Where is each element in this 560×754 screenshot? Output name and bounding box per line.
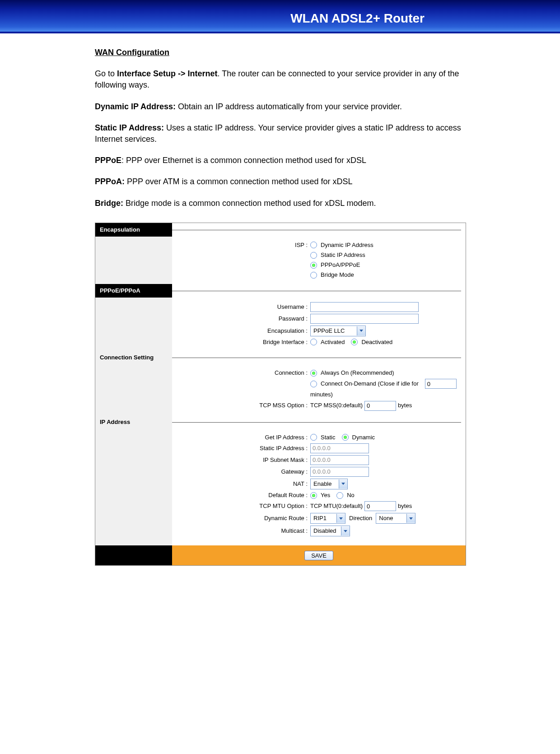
pppoe-paragraph: PPPoE: PPP over Ethernet is a common con… — [95, 155, 465, 166]
multicast-select[interactable]: Disabled — [310, 526, 350, 536]
nat-select[interactable]: Enable — [310, 479, 348, 489]
isp-static-radio[interactable] — [310, 252, 317, 259]
isp-label: ISP : — [172, 241, 310, 249]
bridge-paragraph: Bridge: Bridge mode is a common connecti… — [95, 198, 465, 209]
pppoe-text: : PPP over Ethernet is a common connecti… — [121, 156, 366, 165]
pppoe-header: PPPoE/PPPoA — [95, 284, 172, 298]
isp-dynamic-label: Dynamic IP Address — [319, 241, 378, 249]
chevron-down-icon — [339, 479, 347, 489]
multicast-label: Multicast : — [172, 527, 310, 535]
get-ip-static-label: Static — [319, 433, 340, 442]
pppoa-label: PPPoA: — [95, 177, 125, 186]
isp-static-label: Static IP Address — [319, 251, 370, 259]
username-input[interactable] — [310, 302, 419, 312]
section-title: WAN Configuration — [95, 47, 465, 58]
connection-ondemand-radio[interactable] — [310, 381, 317, 387]
bridge-label: Bridge: — [95, 199, 123, 208]
tcp-mtu-input[interactable] — [364, 501, 396, 511]
save-button[interactable]: SAVE — [304, 551, 333, 560]
default-route-yes-radio[interactable] — [310, 492, 317, 499]
tcp-mtu-post: bytes — [398, 502, 412, 510]
static-ip-label: Static IP Address : — [172, 444, 310, 452]
connection-ondemand-post: minutes) — [310, 391, 333, 399]
pppoa-paragraph: PPPoA: PPP over ATM is a common connecti… — [95, 176, 465, 187]
static-ip-input[interactable] — [310, 443, 369, 453]
default-route-yes-label: Yes — [319, 491, 335, 499]
header-rule — [172, 223, 466, 237]
connection-setting-header: Connection Setting — [95, 351, 172, 364]
chevron-down-icon — [341, 526, 350, 535]
encapsulation-header: Encapsulation — [95, 223, 172, 237]
bridge-deactivated-radio[interactable] — [351, 339, 358, 345]
chevron-down-icon — [406, 514, 415, 523]
tcp-mss-input[interactable] — [364, 401, 396, 411]
isp-bridge-radio[interactable] — [310, 272, 317, 279]
default-route-no-radio[interactable] — [336, 492, 343, 499]
isp-pppoa-radio[interactable] — [310, 262, 317, 269]
header-rule — [172, 415, 466, 429]
header-rule — [172, 351, 466, 364]
username-label: Username : — [172, 303, 310, 311]
dyn-label: Dynamic IP Address: — [95, 102, 176, 111]
content-area: WAN Configuration Go to Interface Setup … — [0, 33, 560, 566]
bridge-text: Bridge mode is a common connection metho… — [123, 199, 376, 208]
multicast-value: Disabled — [311, 527, 341, 535]
header-band: WLAN ADSL2+ Router — [0, 0, 560, 33]
connection-always-label: Always On (Recommended) — [319, 369, 399, 377]
bridge-activated-radio[interactable] — [310, 339, 317, 345]
tcp-mss-label: TCP MSS Option : — [172, 401, 310, 410]
subnet-label: IP Subnet Mask : — [172, 456, 310, 464]
bridge-deactivated-label: Deactivated — [359, 338, 397, 346]
idle-minutes-input[interactable] — [425, 379, 457, 389]
chevron-down-icon — [336, 514, 345, 523]
gateway-input[interactable] — [310, 467, 369, 477]
dynamic-route-select[interactable]: RIP1 — [310, 513, 345, 524]
tcp-mss-pre: TCP MSS(0:default) — [310, 401, 363, 410]
intro-bold: Interface Setup -> Internet — [117, 69, 218, 78]
direction-label: Direction — [347, 514, 374, 522]
encapsulation-value: PPPoE LLC — [311, 327, 357, 335]
intro-prefix: Go to — [95, 69, 117, 78]
header-rule — [172, 284, 466, 298]
dynamic-route-label: Dynamic Route : — [172, 514, 310, 522]
tcp-mtu-pre: TCP MTU(0:default) — [310, 502, 363, 510]
subnet-input[interactable] — [310, 455, 369, 465]
get-ip-dynamic-radio[interactable] — [342, 434, 349, 441]
dynamic-route-value: RIP1 — [311, 514, 336, 522]
encapsulation-select[interactable]: PPPoE LLC — [310, 326, 366, 336]
connection-always-radio[interactable] — [310, 370, 317, 377]
save-bar-left — [95, 545, 172, 565]
bridge-interface-label: Bridge Interface : — [172, 338, 310, 346]
nat-value: Enable — [311, 480, 339, 488]
direction-value: None — [376, 514, 406, 522]
pppoa-text: PPP over ATM is a common connection meth… — [125, 177, 353, 186]
connection-ondemand-pre: Connect On-Demand (Close if idle for — [319, 380, 423, 388]
isp-dynamic-radio[interactable] — [310, 242, 317, 248]
password-label: Passward : — [172, 315, 310, 323]
save-bar-right: SAVE — [172, 545, 466, 565]
encapsulation-label: Encapsulation : — [172, 327, 310, 335]
tcp-mss-post: bytes — [398, 401, 412, 410]
pppoe-label: PPPoE — [95, 156, 121, 165]
dyn-text: Obtain an IP address automatically from … — [176, 102, 402, 111]
tcp-mtu-label: TCP MTU Option : — [172, 502, 310, 510]
chevron-down-icon — [357, 326, 365, 335]
get-ip-static-radio[interactable] — [310, 434, 317, 441]
ip-address-header: IP Address — [95, 415, 172, 429]
bridge-activated-label: Activated — [319, 338, 349, 346]
default-route-label: Default Route : — [172, 491, 310, 499]
direction-select[interactable]: None — [376, 513, 415, 524]
password-input[interactable] — [310, 314, 419, 324]
header-title: WLAN ADSL2+ Router — [0, 0, 560, 26]
gateway-label: Gateway : — [172, 468, 310, 476]
isp-pppoa-label: PPPoA/PPPoE — [319, 261, 364, 269]
get-ip-dynamic-label: Dynamic — [350, 433, 380, 442]
static-label: Static IP Address: — [95, 123, 164, 132]
nat-label: NAT : — [172, 480, 310, 488]
isp-bridge-label: Bridge Mode — [319, 271, 359, 279]
dynamic-ip-paragraph: Dynamic IP Address: Obtain an IP address… — [95, 101, 465, 112]
get-ip-label: Get IP Address : — [172, 433, 310, 442]
static-ip-paragraph: Static IP Address: Uses a static IP addr… — [95, 122, 465, 145]
default-route-no-label: No — [345, 491, 359, 499]
intro-paragraph: Go to Interface Setup -> Internet. The r… — [95, 68, 465, 91]
